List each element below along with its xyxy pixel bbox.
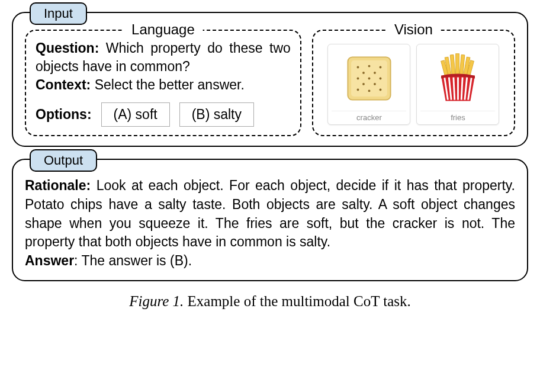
- option-a: (A) soft: [101, 102, 170, 127]
- svg-point-4: [380, 66, 382, 69]
- fries-caption: fries: [420, 111, 495, 122]
- svg-point-12: [374, 72, 376, 74]
- figure-number: Figure 1.: [129, 293, 184, 309]
- svg-point-5: [357, 78, 359, 80]
- svg-line-24: [454, 78, 455, 100]
- svg-point-2: [357, 66, 359, 69]
- input-row: Language Question: Which property do the…: [25, 30, 515, 136]
- svg-point-13: [362, 83, 365, 85]
- svg-point-6: [368, 78, 371, 80]
- context-label: Context:: [36, 77, 91, 92]
- language-box: Language Question: Which property do the…: [25, 30, 301, 136]
- svg-point-7: [380, 78, 382, 80]
- language-label: Language: [123, 21, 203, 38]
- rationale-text: Look at each object. For each object, de…: [25, 178, 515, 249]
- output-card: Output Rationale: Look at each object. F…: [12, 159, 528, 281]
- svg-point-10: [380, 89, 382, 91]
- cracker-caption: cracker: [332, 111, 406, 122]
- vision-item-fries: fries: [416, 44, 499, 125]
- figure-caption-text: Example of the multimodal CoT task.: [184, 293, 411, 309]
- cracker-image: [336, 49, 401, 108]
- answer-text: : The answer is (B).: [74, 253, 192, 268]
- vision-box: Vision: [312, 30, 515, 136]
- input-card: Input Language Question: Which property …: [12, 12, 528, 147]
- fries-image: [425, 49, 490, 108]
- question-label: Question:: [36, 40, 99, 56]
- svg-line-26: [461, 78, 462, 100]
- svg-point-14: [374, 83, 376, 85]
- answer-line: Answer: The answer is (B).: [25, 252, 515, 271]
- svg-point-9: [368, 90, 371, 92]
- options-row: Options: (A) soft (B) salty: [36, 102, 291, 127]
- rationale-line: Rationale: Look at each object. For each…: [25, 176, 515, 252]
- options-label: Options:: [36, 107, 92, 123]
- svg-point-11: [362, 72, 365, 74]
- question-line: Question: Which property do these two ob…: [36, 39, 291, 76]
- svg-point-3: [368, 65, 371, 68]
- figure-caption: Figure 1. Example of the multimodal CoT …: [12, 293, 528, 310]
- answer-label: Answer: [25, 253, 74, 268]
- rationale-label: Rationale:: [25, 178, 91, 193]
- output-label: Output: [30, 149, 97, 172]
- context-line: Context: Select the better answer.: [36, 76, 291, 94]
- vision-label: Vision: [386, 21, 441, 38]
- input-label: Input: [30, 2, 87, 25]
- vision-item-cracker: cracker: [327, 44, 410, 125]
- context-text: Select the better answer.: [95, 77, 245, 92]
- svg-point-8: [357, 89, 359, 91]
- option-b: (B) salty: [179, 102, 254, 127]
